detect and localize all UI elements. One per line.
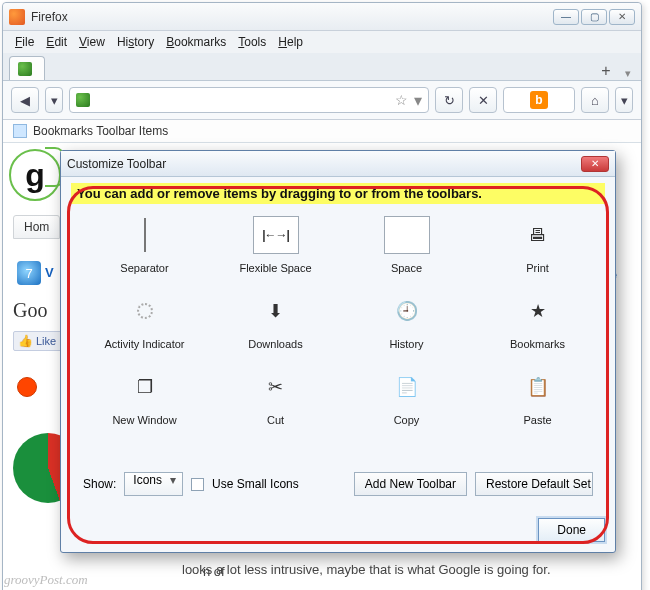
url-input[interactable] xyxy=(96,93,389,107)
toolbar-item-flexspace[interactable]: |←→|Flexible Space xyxy=(214,216,337,274)
space-icon xyxy=(384,216,430,254)
toolbar-item-downloads[interactable]: ⬇Downloads xyxy=(214,292,337,350)
downloads-icon: ⬇ xyxy=(253,292,299,330)
tabstrip: + ▾ xyxy=(3,53,641,81)
done-button[interactable]: Done xyxy=(538,518,605,542)
tab-overflow-button[interactable]: ▾ xyxy=(621,67,635,80)
restore-default-button[interactable]: Restore Default Set xyxy=(475,472,593,496)
back-history-dropdown[interactable]: ▾ xyxy=(45,87,63,113)
bing-icon: b xyxy=(530,91,548,109)
toolbar-item-history[interactable]: 🕘History xyxy=(345,292,468,350)
toolbar-item-label: Paste xyxy=(523,414,551,426)
body-text-line: looks a lot less intrusive, maybe that i… xyxy=(182,562,551,577)
add-new-toolbar-button[interactable]: Add New Toolbar xyxy=(354,472,467,496)
site-favicon xyxy=(76,93,90,107)
toolbar-item-paste[interactable]: 📋Paste xyxy=(476,368,599,426)
use-small-icons-label[interactable]: Use Small Icons xyxy=(212,477,299,491)
toolbar-item-cut[interactable]: ✂Cut xyxy=(214,368,337,426)
watermark-text: groovyPost.com xyxy=(4,572,88,588)
search-box[interactable]: b xyxy=(503,87,575,113)
firefox-icon xyxy=(9,9,25,25)
toolbar-item-label: History xyxy=(389,338,423,350)
toolbar-item-copy[interactable]: 📄Copy xyxy=(345,368,468,426)
reddit-icon[interactable] xyxy=(17,377,37,397)
close-button[interactable]: ✕ xyxy=(609,9,635,25)
print-icon: 🖶 xyxy=(515,216,561,254)
bookmark-star-icon[interactable]: ☆ xyxy=(395,92,408,108)
tab-favicon xyxy=(18,62,32,76)
dialog-close-button[interactable]: ✕ xyxy=(581,156,609,172)
site-nav-home[interactable]: Hom xyxy=(13,215,60,239)
toolbar-item-label: Flexible Space xyxy=(239,262,311,274)
url-dropdown-icon[interactable]: ▾ xyxy=(414,91,422,110)
bookmarks-toolbar: Bookmarks Toolbar Items xyxy=(3,120,641,143)
bookmarks-icon: ★ xyxy=(515,292,561,330)
toolbar-item-label: Cut xyxy=(267,414,284,426)
thumb-icon: 👍 xyxy=(18,334,33,348)
paste-icon: 📋 xyxy=(515,368,561,406)
menu-bookmarks[interactable]: Bookmarks xyxy=(162,33,230,51)
toolbar-item-print[interactable]: 🖶Print xyxy=(476,216,599,274)
separator-icon xyxy=(122,216,168,254)
menubar: File Edit View History Bookmarks Tools H… xyxy=(3,31,641,53)
toolbar-item-spinner[interactable]: Activity Indicator xyxy=(83,292,206,350)
dialog-hint-text: You can add or remove items by dragging … xyxy=(71,183,605,204)
toolbar-items-pane[interactable]: Separator|←→|Flexible SpaceSpace🖶PrintAc… xyxy=(73,210,603,466)
facebook-like-button[interactable]: 👍Like xyxy=(13,331,63,351)
maximize-button[interactable]: ▢ xyxy=(581,9,607,25)
menu-file[interactable]: File xyxy=(11,33,38,51)
menu-history[interactable]: History xyxy=(113,33,158,51)
toolbar-item-label: Activity Indicator xyxy=(104,338,184,350)
use-small-icons-checkbox[interactable] xyxy=(191,478,204,491)
titlebar: Firefox — ▢ ✕ xyxy=(3,3,641,31)
windows7-icon: 7 xyxy=(17,261,41,285)
show-select-value: Icons xyxy=(133,473,162,487)
bookmarks-toolbar-icon xyxy=(13,124,27,138)
navbar: ◀ ▾ ☆ ▾ ↻ ✕ b ⌂ ▾ xyxy=(3,81,641,120)
show-select[interactable]: Icons xyxy=(124,472,183,496)
copy-icon: 📄 xyxy=(384,368,430,406)
spinner-icon xyxy=(122,292,168,330)
dialog-options-row: Show: Icons Use Small Icons Add New Tool… xyxy=(73,466,603,504)
tab-active[interactable] xyxy=(9,56,45,80)
home-button[interactable]: ⌂ xyxy=(581,87,609,113)
like-label: Like xyxy=(36,335,56,347)
cut-icon: ✂ xyxy=(253,368,299,406)
toolbar-item-label: New Window xyxy=(112,414,176,426)
dialog-titlebar[interactable]: Customize Toolbar ✕ xyxy=(61,151,615,177)
flexspace-icon: |←→| xyxy=(253,216,299,254)
history-icon: 🕘 xyxy=(384,292,430,330)
customize-toolbar-dialog: Customize Toolbar ✕ You can add or remov… xyxy=(60,150,616,553)
toolbar-item-label: Bookmarks xyxy=(510,338,565,350)
toolbar-overflow-button[interactable]: ▾ xyxy=(615,87,633,113)
menu-view[interactable]: View xyxy=(75,33,109,51)
new-tab-button[interactable]: + xyxy=(595,62,617,80)
url-bar[interactable]: ☆ ▾ xyxy=(69,87,429,113)
article-title-fragment: Goo xyxy=(13,299,47,322)
show-label: Show: xyxy=(83,477,116,491)
minimize-button[interactable]: — xyxy=(553,9,579,25)
toolbar-item-newwin[interactable]: ❐New Window xyxy=(83,368,206,426)
partial-letter: V xyxy=(45,265,54,280)
toolbar-item-space[interactable]: Space xyxy=(345,216,468,274)
reload-button[interactable]: ↻ xyxy=(435,87,463,113)
toolbar-item-label: Copy xyxy=(394,414,420,426)
window-title: Firefox xyxy=(31,10,553,24)
back-button[interactable]: ◀ xyxy=(11,87,39,113)
stop-button[interactable]: ✕ xyxy=(469,87,497,113)
bookmarks-toolbar-label[interactable]: Bookmarks Toolbar Items xyxy=(33,124,168,138)
dialog-title-text: Customize Toolbar xyxy=(67,157,581,171)
toolbar-item-bookmarks[interactable]: ★Bookmarks xyxy=(476,292,599,350)
toolbar-item-label: Separator xyxy=(120,262,168,274)
toolbar-item-label: Downloads xyxy=(248,338,302,350)
toolbar-item-label: Print xyxy=(526,262,549,274)
newwin-icon: ❐ xyxy=(122,368,168,406)
menu-help[interactable]: Help xyxy=(274,33,307,51)
menu-edit[interactable]: Edit xyxy=(42,33,71,51)
menu-tools[interactable]: Tools xyxy=(234,33,270,51)
toolbar-item-label: Space xyxy=(391,262,422,274)
toolbar-item-separator[interactable]: Separator xyxy=(83,216,206,274)
